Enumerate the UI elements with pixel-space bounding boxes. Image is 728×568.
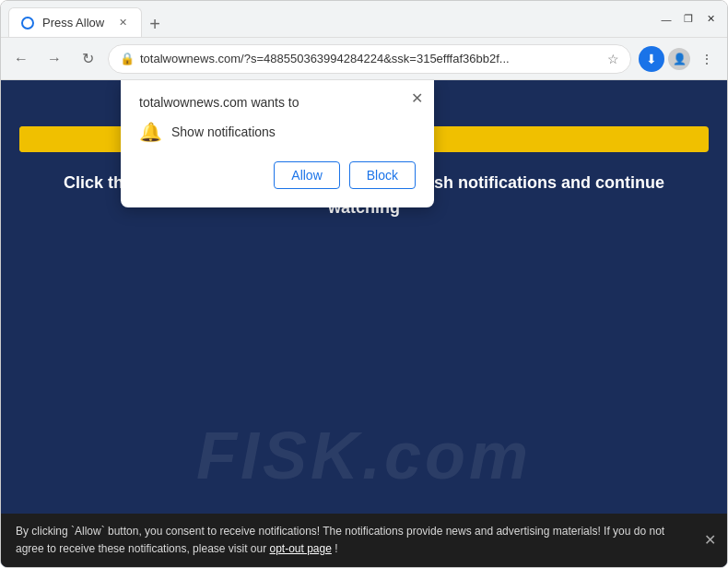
tab-close-button[interactable]: ✕ [115, 16, 130, 30]
minimize-button[interactable]: — [657, 10, 675, 29]
back-button[interactable]: ← [8, 46, 34, 72]
banner-suffix: ! [335, 542, 337, 555]
more-options-button[interactable]: ⋮ [694, 46, 720, 72]
lock-icon: 🔒 [120, 52, 135, 65]
popup-notification-text: Show notifications [171, 124, 276, 139]
popup-title: totalwownews.com wants to [139, 95, 416, 110]
banner-text: By clicking `Allow` button, you consent … [16, 525, 664, 555]
popup-close-button[interactable]: ✕ [411, 89, 423, 107]
page-content: ✕ totalwownews.com wants to 🔔 Show notif… [1, 80, 727, 567]
refresh-button[interactable]: ↻ [75, 46, 100, 72]
bookmark-icon[interactable]: ☆ [607, 52, 619, 66]
forward-button[interactable]: → [41, 46, 67, 72]
notification-popup: ✕ totalwownews.com wants to 🔔 Show notif… [121, 80, 434, 207]
new-tab-button[interactable]: + [142, 11, 168, 37]
title-bar: Press Allow ✕ + — ❐ ✕ [1, 1, 727, 38]
tab-area: Press Allow ✕ + [8, 1, 652, 37]
toolbar-icons: ⬇ 👤 ⋮ [639, 46, 720, 72]
opt-out-link[interactable]: opt-out page [269, 542, 331, 555]
maximize-button[interactable]: ❐ [679, 10, 698, 29]
popup-buttons: Allow Block [139, 161, 416, 189]
block-button[interactable]: Block [349, 161, 416, 189]
close-button[interactable]: ✕ [701, 10, 720, 29]
tab-title: Press Allow [42, 16, 104, 30]
active-tab[interactable]: Press Allow ✕ [8, 7, 142, 37]
tab-favicon [20, 16, 35, 30]
banner-close-button[interactable]: ✕ [704, 528, 716, 552]
url-text: totalwownews.com/?s=488550363994284224&s… [140, 52, 602, 65]
popup-notification-row: 🔔 Show notifications [139, 121, 416, 143]
address-bar: ← → ↻ 🔒 totalwownews.com/?s=488550363994… [1, 38, 727, 80]
address-input-wrap[interactable]: 🔒 totalwownews.com/?s=488550363994284224… [108, 44, 631, 74]
browser-window: Press Allow ✕ + — ❐ ✕ ← → ↻ 🔒 totalwowne… [0, 0, 728, 568]
download-icon[interactable]: ⬇ [639, 46, 664, 72]
window-controls: — ❐ ✕ [657, 10, 720, 29]
bottom-banner: By clicking `Allow` button, you consent … [1, 514, 727, 567]
profile-button[interactable]: 👤 [668, 48, 690, 70]
allow-button[interactable]: Allow [274, 161, 339, 189]
watermark: FISK.com [196, 418, 532, 493]
bell-icon: 🔔 [139, 121, 162, 143]
